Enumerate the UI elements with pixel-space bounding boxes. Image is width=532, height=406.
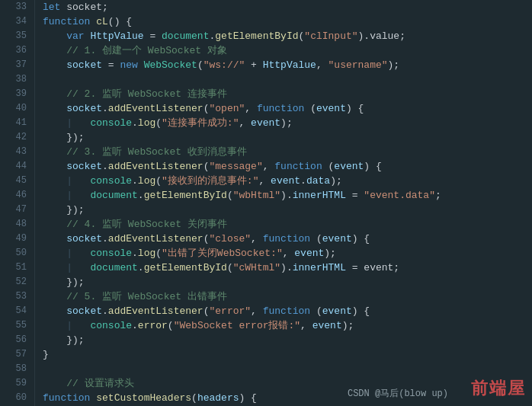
line-number: 40 — [8, 101, 27, 116]
line-number: 39 — [8, 87, 27, 101]
code-line — [43, 72, 532, 87]
line-number: 48 — [8, 217, 27, 232]
line-number: 50 — [8, 246, 27, 261]
code-line: // 设置请求头 — [43, 376, 532, 391]
line-number: 47 — [8, 203, 27, 217]
line-number: 55 — [8, 318, 27, 333]
code-line: // 5. 监听 WebSocket 出错事件 — [43, 289, 532, 304]
code-line: socket = new WebSocket("ws://" + HttpVal… — [43, 58, 532, 72]
line-number: 33 — [8, 0, 27, 14]
line-number: 54 — [8, 304, 27, 318]
line-number: 56 — [8, 333, 27, 347]
code-line: function cL() { — [43, 14, 532, 29]
code-line: function setCustomHeaders(headers) { — [43, 391, 532, 405]
line-number: 60 — [8, 391, 27, 405]
code-line: socket.addEventListener("message", funct… — [43, 159, 532, 174]
code-line: }); — [43, 333, 532, 347]
code-line: var HttpValue = document.getElementById(… — [43, 29, 532, 43]
line-number: 44 — [8, 159, 27, 174]
code-line: | console.log("出错了关闭WebSocket:", event); — [43, 246, 532, 261]
code-line: // 2. 监听 WebSocket 连接事件 — [43, 87, 532, 101]
code-line: socket.addEventListener("error", functio… — [43, 304, 532, 318]
line-number: 41 — [8, 116, 27, 130]
line-number: 34 — [8, 14, 27, 29]
line-number: 42 — [8, 130, 27, 145]
code-line: | console.error("WebSocket error报错:", ev… — [43, 318, 532, 333]
code-line: // 3. 监听 WebSocket 收到消息事件 — [43, 145, 532, 159]
line-number: 58 — [8, 362, 27, 376]
line-number: 59 — [8, 376, 27, 391]
code-line: }); — [43, 130, 532, 145]
line-number: 57 — [8, 347, 27, 362]
code-line: | console.log("连接事件成功:", event); — [43, 116, 532, 130]
line-number: 51 — [8, 261, 27, 275]
code-line: // 1. 创建一个 WebSocket 对象 — [43, 43, 532, 58]
code-line: // 4. 监听 WebSocket 关闭事件 — [43, 217, 532, 232]
code-line: | document.getElementById("cWHtml").inne… — [43, 261, 532, 275]
code-line: | console.log("接收到的消息事件:", event.data); — [43, 174, 532, 188]
code-line: }); — [43, 203, 532, 217]
line-number: 53 — [8, 289, 27, 304]
code-line: } — [43, 347, 532, 362]
line-number: 46 — [8, 188, 27, 203]
line-number: 35 — [8, 29, 27, 43]
line-number: 43 — [8, 145, 27, 159]
code-line: socket.addEventListener("open", function… — [43, 101, 532, 116]
line-number: 45 — [8, 174, 27, 188]
code-line: | document.getElementById("wbHtml").inne… — [43, 188, 532, 203]
code-line: }); — [43, 275, 532, 289]
code-line: let socket; — [43, 0, 532, 14]
code-line — [43, 362, 532, 376]
line-number: 36 — [8, 43, 27, 58]
line-numbers: 3334353637383940414243444546474849505152… — [0, 0, 35, 406]
code-editor: 3334353637383940414243444546474849505152… — [0, 0, 532, 406]
line-number: 38 — [8, 72, 27, 87]
code-area[interactable]: let socket;function cL() { var HttpValue… — [35, 0, 532, 406]
line-number: 52 — [8, 275, 27, 289]
code-line: socket.addEventListener("close", functio… — [43, 232, 532, 246]
line-number: 49 — [8, 232, 27, 246]
line-number: 37 — [8, 58, 27, 72]
